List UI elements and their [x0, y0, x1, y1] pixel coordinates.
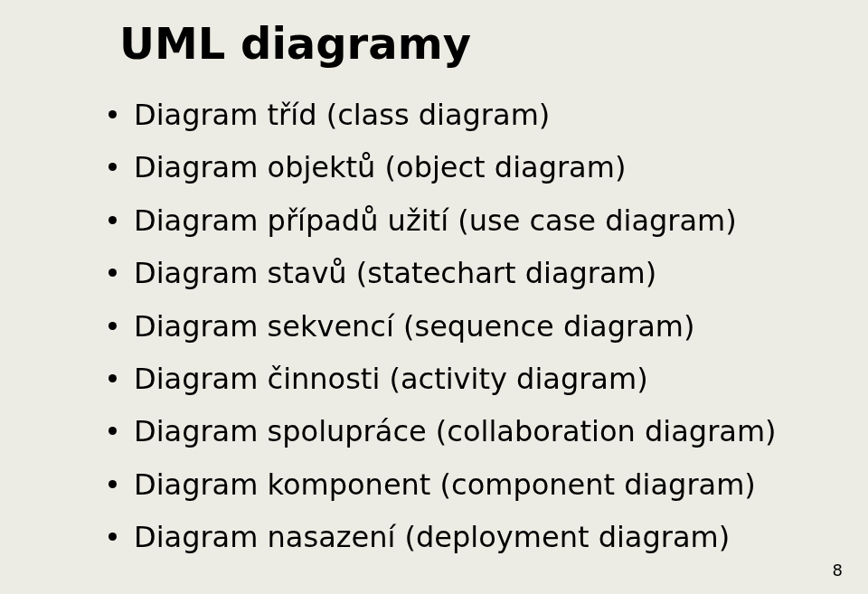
bullet-list: Diagram tříd (class diagram) Diagram obj…: [54, 94, 814, 559]
list-item: Diagram tříd (class diagram): [108, 94, 814, 136]
slide-title: UML diagramy: [119, 18, 814, 69]
list-item: Diagram sekvencí (sequence diagram): [108, 306, 814, 347]
list-item: Diagram objektů (object diagram): [108, 146, 814, 188]
list-item: Diagram nasazení (deployment diagram): [108, 516, 814, 558]
list-item: Diagram stavů (statechart diagram): [108, 252, 814, 294]
page-number: 8: [833, 561, 843, 580]
slide: UML diagramy Diagram tříd (class diagram…: [0, 0, 868, 594]
list-item: Diagram případů užití (use case diagram): [108, 200, 814, 241]
list-item: Diagram komponent (component diagram): [108, 464, 814, 505]
list-item: Diagram spolupráce (collaboration diagra…: [108, 410, 814, 452]
list-item: Diagram činnosti (activity diagram): [108, 358, 814, 400]
